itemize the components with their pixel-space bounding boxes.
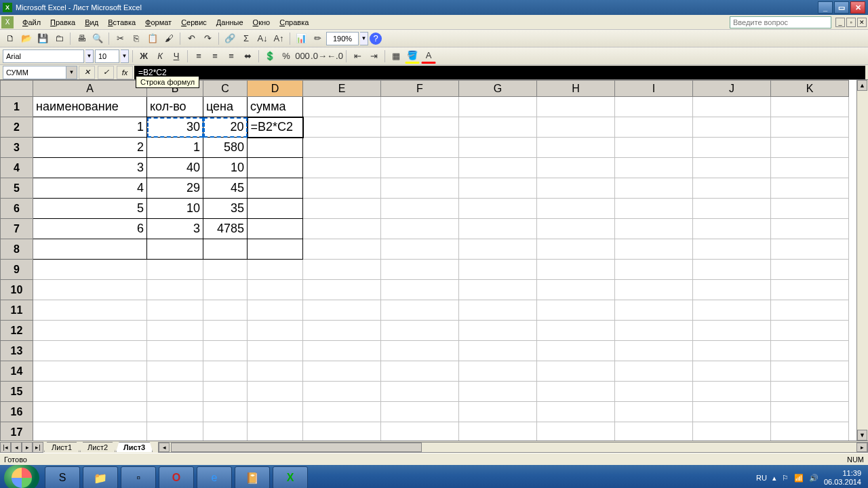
redo-icon[interactable]: ↷ (200, 31, 215, 46)
cell-E16[interactable] (303, 402, 381, 422)
row-header-8[interactable]: 8 (1, 239, 33, 260)
cell-I7[interactable] (615, 219, 693, 239)
align-left-icon[interactable]: ≡ (191, 49, 206, 64)
taskbar-explorer-icon[interactable]: 📁 (83, 466, 118, 488)
cell-D9[interactable] (248, 260, 303, 280)
taskbar-opera-icon[interactable]: O (159, 466, 194, 488)
cell-I16[interactable] (615, 402, 693, 422)
menu-сервис[interactable]: Сервис (176, 17, 212, 28)
bold-icon[interactable]: Ж (136, 49, 151, 64)
cell-E14[interactable] (303, 361, 381, 382)
cell-K13[interactable] (771, 341, 849, 361)
hyperlink-icon[interactable]: 🔗 (222, 31, 237, 46)
menu-данные[interactable]: Данные (212, 17, 248, 28)
cell-D7[interactable] (248, 219, 303, 239)
cell-H7[interactable] (537, 219, 615, 239)
cancel-formula-icon[interactable]: ✕ (79, 66, 95, 79)
cell-A14[interactable] (33, 361, 147, 382)
cut-icon[interactable]: ✂ (113, 31, 127, 46)
cell-E11[interactable] (303, 300, 381, 321)
cell-F3[interactable] (381, 138, 459, 158)
col-header-D[interactable]: D (248, 81, 303, 97)
scroll-right-icon[interactable]: ▸ (856, 443, 867, 452)
cell-G15[interactable] (459, 382, 537, 402)
cell-D2[interactable]: =B2*C2 (248, 117, 303, 138)
doc-close-button[interactable]: ✕ (857, 18, 867, 27)
cell-G16[interactable] (459, 402, 537, 422)
cell-F5[interactable] (381, 178, 459, 199)
font-size-dropdown-icon[interactable]: ▼ (121, 49, 129, 63)
cell-B2[interactable]: 30 (147, 117, 203, 138)
chart-icon[interactable]: 📊 (294, 31, 309, 46)
cell-I4[interactable] (615, 158, 693, 178)
app-icon[interactable]: X (1, 16, 14, 28)
cell-D1[interactable]: сумма (248, 97, 303, 117)
cell-I2[interactable] (615, 117, 693, 138)
row-header-16[interactable]: 16 (1, 402, 33, 422)
paste-icon[interactable]: 📋 (145, 31, 160, 46)
cell-B17[interactable] (147, 422, 203, 441)
cell-C17[interactable] (203, 422, 248, 441)
col-header-G[interactable]: G (459, 81, 537, 97)
taskbar-app2-icon[interactable]: 📔 (235, 466, 270, 488)
cell-J4[interactable] (693, 158, 771, 178)
cell-K8[interactable] (771, 239, 849, 260)
cell-A16[interactable] (33, 402, 147, 422)
spreadsheet-grid[interactable]: ABCDEFGHIJK1наименованиекол-воценасумма2… (0, 80, 868, 441)
format-painter-icon[interactable]: 🖌 (161, 31, 176, 46)
cell-I12[interactable] (615, 321, 693, 341)
row-header-5[interactable]: 5 (1, 178, 33, 199)
cell-K2[interactable] (771, 117, 849, 138)
cell-B12[interactable] (147, 321, 203, 341)
font-color-icon[interactable]: A (421, 49, 436, 64)
cell-J13[interactable] (693, 341, 771, 361)
col-header-K[interactable]: K (771, 81, 849, 97)
taskbar-ie-icon[interactable]: e (197, 466, 232, 488)
ask-question-box[interactable] (730, 16, 831, 28)
cell-J10[interactable] (693, 280, 771, 300)
row-header-11[interactable]: 11 (1, 300, 33, 321)
doc-restore-button[interactable]: ▫ (846, 18, 856, 27)
cell-K16[interactable] (771, 402, 849, 422)
sheet-tab-Лист3[interactable]: Лист3 (116, 442, 153, 452)
cell-I15[interactable] (615, 382, 693, 402)
cell-F13[interactable] (381, 341, 459, 361)
menu-файл[interactable]: Файл (18, 17, 45, 28)
cell-K9[interactable] (771, 260, 849, 280)
decrease-decimal-icon[interactable]: ←.0 (328, 49, 342, 64)
cell-K3[interactable] (771, 138, 849, 158)
cell-H17[interactable] (537, 422, 615, 441)
save-icon[interactable]: 💾 (35, 31, 50, 46)
cell-J3[interactable] (693, 138, 771, 158)
cell-G4[interactable] (459, 158, 537, 178)
cell-E1[interactable] (303, 97, 381, 117)
cell-B8[interactable] (147, 239, 203, 260)
cell-K10[interactable] (771, 280, 849, 300)
cell-I5[interactable] (615, 178, 693, 199)
menu-окно[interactable]: Окно (248, 17, 275, 28)
cell-K5[interactable] (771, 178, 849, 199)
cell-H6[interactable] (537, 199, 615, 219)
cell-A6[interactable]: 5 (33, 199, 147, 219)
cell-B11[interactable] (147, 300, 203, 321)
vertical-scrollbar[interactable]: ▲ ▼ (856, 80, 868, 441)
underline-icon[interactable]: Ч (169, 49, 184, 64)
comma-icon[interactable]: 000 (295, 49, 310, 64)
cell-C3[interactable]: 580 (203, 138, 248, 158)
cell-E13[interactable] (303, 341, 381, 361)
font-name-dropdown-icon[interactable]: ▼ (85, 49, 94, 63)
taskbar-app1-icon[interactable]: ▫ (121, 466, 156, 488)
open-icon[interactable]: 📂 (19, 31, 34, 46)
cell-D12[interactable] (248, 321, 303, 341)
col-header-A[interactable]: A (33, 81, 147, 97)
cell-F17[interactable] (381, 422, 459, 441)
row-header-9[interactable]: 9 (1, 260, 33, 280)
cell-D3[interactable] (248, 138, 303, 158)
menu-справка[interactable]: Справка (275, 17, 313, 28)
cell-F12[interactable] (381, 321, 459, 341)
cell-I13[interactable] (615, 341, 693, 361)
font-name-box[interactable]: Arial (3, 49, 84, 63)
cell-F14[interactable] (381, 361, 459, 382)
cell-C13[interactable] (203, 341, 248, 361)
cell-B7[interactable]: 3 (147, 219, 203, 239)
